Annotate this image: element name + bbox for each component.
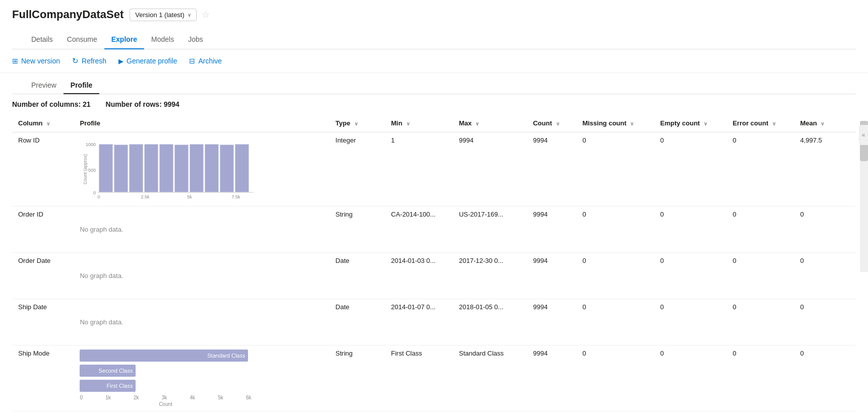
sub-tabs: Preview Profile — [12, 77, 856, 94]
tab-models[interactable]: Models — [144, 30, 181, 49]
cell-max: Standard Class — [453, 345, 527, 411]
barchart-xlabel: Count — [80, 401, 251, 407]
cell-error: 0 — [726, 299, 794, 345]
svg-rect-6 — [129, 144, 143, 192]
cell-count: 9994 — [527, 345, 576, 411]
bar-first-class: First Class — [80, 380, 136, 392]
cell-min: 2014-01-03 0... — [385, 253, 453, 299]
svg-text:0: 0 — [98, 194, 100, 199]
cell-type: Date — [330, 253, 385, 299]
dataset-title: FullCompanyDataSet — [12, 8, 123, 21]
version-selector[interactable]: Version 1 (latest) ∨ — [130, 9, 197, 21]
bar-standard-class: Standard Class — [80, 350, 248, 362]
barchart-container: Standard Class Second Class — [80, 350, 276, 407]
cell-mean: 0 — [794, 206, 856, 253]
tab-consume[interactable]: Consume — [60, 30, 104, 49]
barchart-xaxis: 0 1k 2k 3k 4k 5k 6k — [80, 395, 251, 400]
svg-rect-10 — [190, 144, 204, 192]
cell-column-name: Order Date — [12, 253, 74, 299]
new-version-label: New version — [21, 57, 60, 65]
table-row: Ship Date No graph data. Date 2014-01-07… — [12, 299, 856, 345]
x-tick: 0 — [80, 395, 83, 400]
cell-mean: 0 — [794, 253, 856, 299]
col-header-mean[interactable]: Mean ∨ — [794, 114, 856, 132]
archive-button[interactable]: ⊟ Archive — [189, 57, 222, 65]
sub-tab-profile[interactable]: Profile — [64, 77, 100, 94]
x-tick: 1k — [105, 395, 111, 400]
cell-column-name: Order ID — [12, 206, 74, 253]
cell-profile-barchart: Standard Class Second Class — [74, 345, 329, 411]
col-header-missing[interactable]: Missing count ∨ — [576, 114, 654, 132]
new-version-button[interactable]: ⊞ New version — [12, 57, 60, 65]
cell-min: 2014-01-07 0... — [385, 299, 453, 345]
svg-rect-4 — [99, 144, 113, 192]
cell-type: Integer — [330, 132, 385, 206]
cell-empty: 0 — [654, 253, 727, 299]
col-header-min[interactable]: Min ∨ — [385, 114, 453, 132]
table-container: Column ∨ Profile Type ∨ Min ∨ Max ∨ Coun… — [0, 114, 868, 411]
generate-profile-icon: ▶ — [118, 57, 123, 65]
cell-profile-no-graph: No graph data. — [74, 253, 329, 299]
meta-info: Number of columns: 21 Number of rows: 99… — [0, 94, 868, 114]
refresh-label: Refresh — [82, 57, 106, 65]
svg-text:1000: 1000 — [86, 142, 96, 147]
x-tick: 6k — [246, 395, 252, 400]
cell-max: 9994 — [453, 132, 527, 206]
svg-text:500: 500 — [88, 168, 96, 173]
star-icon[interactable]: ☆ — [202, 9, 210, 20]
col-header-type[interactable]: Type ∨ — [330, 114, 385, 132]
table-header-row: Column ∨ Profile Type ∨ Min ∨ Max ∨ Coun… — [12, 114, 856, 132]
sub-tabs-area: Preview Profile — [0, 77, 868, 94]
tab-explore[interactable]: Explore — [104, 30, 144, 49]
cell-missing: 0 — [576, 299, 654, 345]
col-header-column[interactable]: Column ∨ — [12, 114, 74, 132]
cell-profile-histogram: Count (approx) 1000 500 0 — [74, 132, 329, 206]
cell-type: String — [330, 345, 385, 411]
refresh-button[interactable]: ↻ Refresh — [72, 56, 106, 65]
table-row: Order Date No graph data. Date 2014-01-0… — [12, 253, 856, 299]
collapse-icon: « — [862, 131, 865, 138]
cell-max: US-2017-169... — [453, 206, 527, 253]
svg-text:0: 0 — [93, 190, 96, 195]
col-header-empty[interactable]: Empty count ∨ — [654, 114, 727, 132]
cell-mean: 0 — [794, 299, 856, 345]
cell-error: 0 — [726, 206, 794, 253]
svg-rect-11 — [205, 144, 219, 192]
x-tick: 3k — [162, 395, 167, 400]
cell-empty: 0 — [654, 132, 727, 206]
generate-profile-button[interactable]: ▶ Generate profile — [118, 57, 177, 65]
col-header-error[interactable]: Error count ∨ — [726, 114, 794, 132]
cell-count: 9994 — [527, 299, 576, 345]
col-header-count[interactable]: Count ∨ — [527, 114, 576, 132]
archive-icon: ⊟ — [189, 57, 195, 65]
cell-profile-no-graph: No graph data. — [74, 206, 329, 253]
svg-text:Count (approx): Count (approx) — [83, 154, 88, 184]
cell-count: 9994 — [527, 206, 576, 253]
cell-min: CA-2014-100... — [385, 206, 453, 253]
sub-tab-preview[interactable]: Preview — [24, 77, 64, 94]
data-table: Column ∨ Profile Type ∨ Min ∨ Max ∨ Coun… — [12, 114, 856, 411]
tab-jobs[interactable]: Jobs — [181, 30, 210, 49]
svg-rect-9 — [174, 145, 189, 192]
svg-text:5k: 5k — [188, 194, 193, 199]
app-header: FullCompanyDataSet Version 1 (latest) ∨ … — [0, 0, 868, 49]
col-header-profile: Profile — [74, 114, 329, 132]
cell-count: 9994 — [527, 132, 576, 206]
col-header-max[interactable]: Max ∨ — [453, 114, 527, 132]
x-tick: 5k — [218, 395, 223, 400]
cell-profile-no-graph: No graph data. — [74, 299, 329, 345]
svg-text:7.5k: 7.5k — [232, 194, 241, 199]
cell-column-name: Ship Mode — [12, 345, 74, 411]
collapse-button[interactable]: « — [859, 125, 868, 145]
cell-error: 0 — [726, 345, 794, 411]
bar-row-second: Second Class — [80, 365, 276, 377]
new-version-icon: ⊞ — [12, 57, 18, 65]
bar-row-standard: Standard Class — [80, 350, 276, 362]
toolbar: ⊞ New version ↻ Refresh ▶ Generate profi… — [0, 49, 868, 73]
cell-column-name: Ship Date — [12, 299, 74, 345]
tab-details[interactable]: Details — [24, 30, 60, 49]
cell-empty: 0 — [654, 345, 727, 411]
table-row: Row ID Count (approx) 1000 500 0 — [12, 132, 856, 206]
generate-profile-label: Generate profile — [127, 57, 177, 65]
bar-label-standard: Standard Class — [207, 353, 245, 359]
